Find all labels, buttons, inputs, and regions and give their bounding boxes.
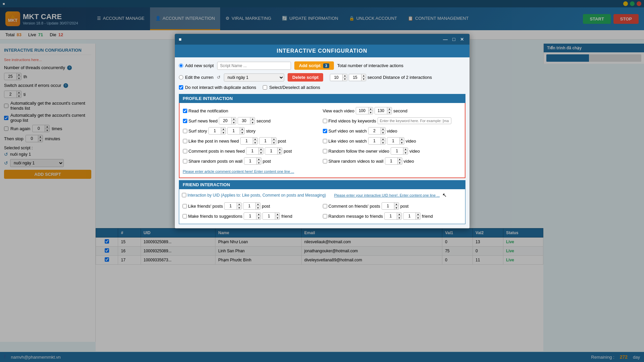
snf-up[interactable]: ▲	[231, 117, 236, 121]
keyword-input[interactable]	[378, 117, 451, 124]
sv-up[interactable]: ▲	[397, 158, 402, 161]
add-new-script-radio-label[interactable]: Add new script	[179, 63, 214, 68]
like-video-to[interactable]	[387, 138, 399, 144]
edit-script-radio[interactable]	[179, 75, 183, 80]
snt-down[interactable]: ▼	[250, 121, 255, 124]
random-msg-to-spinbox[interactable]: ▲ ▼	[403, 212, 420, 220]
like-video-checkbox[interactable]	[323, 139, 327, 143]
lpf-up[interactable]: ▲	[253, 138, 257, 141]
select-all-checkbox[interactable]	[263, 85, 267, 90]
rf-up[interactable]: ▲	[403, 148, 408, 151]
cf-up[interactable]: ▲	[258, 148, 263, 151]
vvf-up[interactable]: ▲	[368, 107, 373, 111]
range-to-spinbox[interactable]: ▲ ▼	[349, 74, 366, 81]
mff-down[interactable]: ▼	[256, 216, 261, 219]
sst-up[interactable]: ▲	[240, 127, 244, 131]
surf-video-watch-checkbox[interactable]	[323, 129, 327, 133]
modal-close-button[interactable]: ✕	[459, 37, 465, 42]
like-friends-from-spinbox[interactable]: ▲ ▼	[224, 202, 242, 210]
mff-up[interactable]: ▲	[256, 213, 261, 216]
share-random-spinbox[interactable]: ▲ ▼	[244, 157, 261, 165]
comment-from-spinbox[interactable]: ▲ ▼	[246, 147, 263, 155]
add-script-btn[interactable]: Add script 3	[294, 61, 334, 70]
cf-down[interactable]: ▼	[258, 151, 263, 154]
read-notification-checkbox[interactable]	[183, 109, 187, 113]
modal-scroll-area[interactable]: PROFILE INTERACTION Read the notificatio…	[179, 94, 465, 224]
like-post-from[interactable]	[241, 138, 253, 144]
sr-up[interactable]: ▲	[256, 158, 261, 161]
ssf-down[interactable]: ▼	[221, 131, 226, 134]
lvt-up[interactable]: ▲	[399, 138, 404, 141]
edit-script-radio-label[interactable]: Edit the curren	[179, 75, 214, 80]
make-friends-to-spinbox[interactable]: ▲ ▼	[262, 212, 280, 220]
rmt-down[interactable]: ▼	[415, 216, 420, 219]
mft-down[interactable]: ▼	[275, 216, 280, 219]
rf-down[interactable]: ▼	[403, 151, 408, 154]
lff-up[interactable]: ▲	[237, 203, 241, 206]
snt-up[interactable]: ▲	[250, 117, 255, 121]
like-video-to-spinbox[interactable]: ▲ ▼	[387, 137, 404, 145]
view-video-from-spinbox[interactable]: ▲ ▼	[356, 107, 373, 114]
range-to-up[interactable]: ▲	[361, 74, 366, 77]
random-msg-from[interactable]	[385, 213, 397, 219]
surf-video-from[interactable]	[368, 128, 381, 134]
vvt-down[interactable]: ▼	[387, 111, 392, 114]
like-post-to[interactable]	[259, 138, 271, 144]
random-follow-checkbox[interactable]	[323, 149, 327, 153]
range-from-down[interactable]: ▼	[342, 77, 347, 81]
script-name-input[interactable]	[217, 62, 291, 70]
uid-link[interactable]: Please enter your interactive UID here!.…	[334, 193, 440, 197]
like-video-from-spinbox[interactable]: ▲ ▼	[368, 137, 386, 145]
ct-up[interactable]: ▲	[277, 148, 282, 151]
cff-down[interactable]: ▼	[394, 206, 399, 209]
surf-news-from-spinbox[interactable]: ▲ ▼	[219, 117, 236, 124]
random-message-checkbox[interactable]	[323, 214, 327, 218]
no-duplicate-checkbox[interactable]	[179, 85, 183, 90]
rmf-down[interactable]: ▼	[397, 216, 401, 219]
make-friends-checkbox[interactable]	[183, 214, 187, 218]
share-videos-from[interactable]	[385, 158, 397, 164]
like-post-to-spinbox[interactable]: ▲ ▼	[259, 137, 277, 145]
share-videos-checkbox[interactable]	[323, 159, 327, 163]
surf-news-to[interactable]	[238, 118, 250, 124]
random-follow-from[interactable]	[391, 148, 403, 154]
like-post-from-spinbox[interactable]: ▲ ▼	[240, 137, 258, 145]
comment-posts-checkbox[interactable]	[183, 149, 187, 153]
vvf-down[interactable]: ▼	[368, 111, 373, 114]
lpt-down[interactable]: ▼	[271, 141, 276, 144]
make-friends-from-spinbox[interactable]: ▲ ▼	[244, 212, 261, 220]
comment-friends-from[interactable]	[382, 203, 394, 209]
lvf-up[interactable]: ▲	[381, 138, 385, 141]
make-friends-to[interactable]	[263, 213, 275, 219]
ssf-up[interactable]: ▲	[221, 127, 226, 131]
rmt-up[interactable]: ▲	[415, 213, 420, 216]
random-follow-spinbox[interactable]: ▲ ▼	[391, 147, 408, 155]
delete-script-btn[interactable]: Delete script	[288, 73, 323, 82]
range-from-input[interactable]	[330, 74, 342, 81]
uid-checkbox[interactable]	[182, 193, 186, 197]
lvf-down[interactable]: ▼	[381, 141, 385, 144]
surf-video-from-spinbox[interactable]: ▲ ▼	[368, 127, 386, 135]
ct-down[interactable]: ▼	[277, 151, 282, 154]
enter-comment-link[interactable]: Please enter article comment content her…	[183, 169, 461, 173]
comment-to[interactable]	[265, 148, 277, 154]
range-to-down[interactable]: ▼	[361, 77, 366, 81]
surf-story-from-spinbox[interactable]: ▲ ▼	[208, 127, 226, 135]
rmf-up[interactable]: ▲	[397, 213, 401, 216]
like-friends-checkbox[interactable]	[183, 204, 187, 208]
sv-down[interactable]: ▼	[397, 161, 402, 164]
range-from-spinbox[interactable]: ▲ ▼	[330, 74, 347, 81]
share-random-checkbox[interactable]	[183, 159, 187, 163]
share-random-from[interactable]	[244, 158, 256, 164]
surf-news-from[interactable]	[219, 118, 231, 124]
vvt-up[interactable]: ▲	[387, 107, 392, 111]
modal-minimize-button[interactable]: —	[442, 37, 449, 42]
like-post-checkbox[interactable]	[183, 139, 187, 143]
like-video-from[interactable]	[368, 138, 381, 144]
comment-friends-spinbox[interactable]: ▲ ▼	[382, 202, 399, 210]
snf-down[interactable]: ▼	[231, 121, 236, 124]
surf-story-to-spinbox[interactable]: ▲ ▼	[227, 127, 245, 135]
lft-down[interactable]: ▼	[255, 206, 260, 209]
add-new-script-radio[interactable]	[179, 63, 183, 68]
range-from-up[interactable]: ▲	[342, 74, 347, 77]
